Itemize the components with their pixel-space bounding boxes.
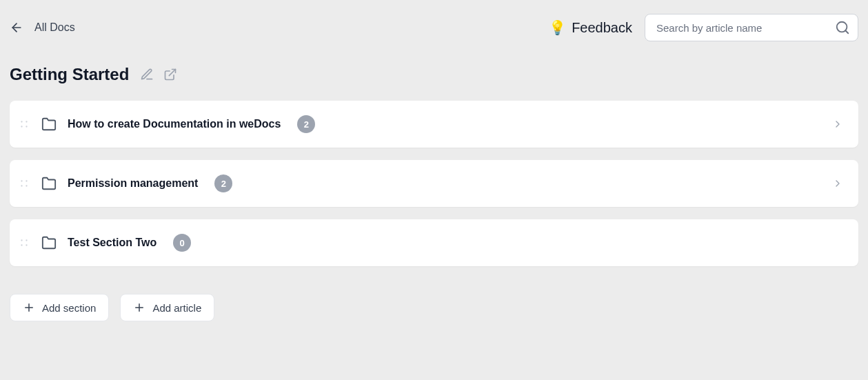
lightbulb-icon: 💡 [549,19,566,36]
arrow-left-icon [10,21,23,34]
svg-point-10 [26,180,27,181]
search-wrap [645,14,858,41]
chevron-right-icon[interactable] [832,119,843,130]
folder-icon [41,176,57,191]
svg-line-3 [170,70,176,76]
svg-point-6 [26,121,27,122]
plus-icon [23,301,35,314]
section-title: How to create Documentation in weDocs [68,118,281,130]
svg-point-5 [21,126,22,127]
external-link-icon[interactable] [163,68,177,81]
search-input[interactable] [645,14,858,41]
feedback-label: Feedback [572,20,632,36]
section-row[interactable]: How to create Documentation in weDocs2 [10,101,858,148]
title-actions [140,68,177,81]
add-section-label: Add section [42,302,96,314]
svg-point-11 [26,185,27,186]
page-title: Getting Started [10,65,129,84]
header: All Docs 💡 Feedback [0,0,868,55]
drag-handle-icon[interactable] [19,238,29,248]
feedback-link[interactable]: 💡 Feedback [549,19,632,36]
svg-point-8 [21,180,22,181]
svg-point-14 [26,239,27,241]
add-article-label: Add article [152,302,201,314]
search-icon[interactable] [835,20,850,35]
svg-point-9 [21,185,22,186]
drag-handle-icon[interactable] [19,179,29,188]
header-right: 💡 Feedback [549,14,858,41]
back-to-all-docs[interactable]: All Docs [10,21,75,34]
svg-point-13 [21,244,22,246]
svg-point-4 [21,121,22,122]
section-row[interactable]: Test Section Two0 [10,219,858,266]
back-label: All Docs [34,21,75,34]
svg-point-12 [21,239,22,241]
edit-icon[interactable] [140,68,154,81]
chevron-right-icon[interactable] [832,178,843,189]
footer-actions: Add section Add article [0,266,868,321]
svg-point-15 [26,244,27,246]
title-row: Getting Started [0,55,868,101]
section-title: Permission management [68,177,198,190]
add-article-button[interactable]: Add article [120,294,214,321]
drag-handle-icon[interactable] [19,119,29,129]
count-badge: 0 [173,234,191,252]
add-section-button[interactable]: Add section [10,294,109,321]
section-title: Test Section Two [68,237,157,249]
count-badge: 2 [214,174,232,192]
section-row[interactable]: Permission management2 [10,160,858,207]
folder-icon [41,117,57,132]
svg-line-2 [845,30,848,33]
count-badge: 2 [297,115,315,133]
svg-point-7 [26,126,27,127]
sections-list: How to create Documentation in weDocs2Pe… [0,101,868,266]
folder-icon [41,235,57,250]
plus-icon [133,301,145,314]
